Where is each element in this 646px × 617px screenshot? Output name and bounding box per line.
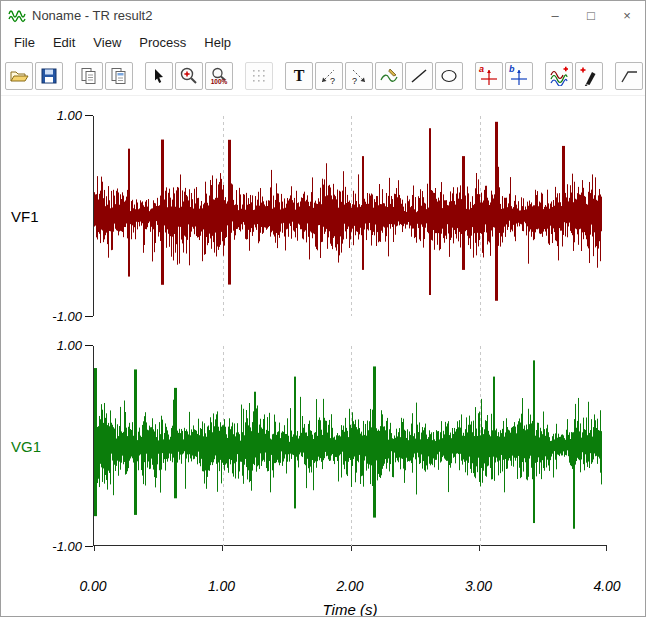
interval-cursor-1-button[interactable]: ? <box>315 62 343 90</box>
menu-bar: File Edit View Process Help <box>1 29 645 56</box>
vg1-ytick-bottom-label: -1.00 <box>52 539 82 554</box>
interval-cursor-2-button[interactable]: ? <box>345 62 373 90</box>
marker-b-button[interactable]: b <box>505 62 533 90</box>
minimize-button[interactable]: – <box>537 1 573 29</box>
x-tick-mark <box>479 546 480 551</box>
line-icon <box>409 66 429 86</box>
vf1-waveform-canvas <box>94 116 608 316</box>
tick-dash <box>85 316 93 317</box>
pen-plus-icon <box>579 66 599 86</box>
menu-process[interactable]: Process <box>130 31 195 54</box>
grid-button[interactable] <box>245 62 273 90</box>
svg-text:?: ? <box>352 76 357 86</box>
vf1-ytick-top-label: 1.00 <box>57 108 82 123</box>
x-tick-mark <box>351 546 352 551</box>
vg1-ytick-bottom: -1.00 <box>52 539 93 554</box>
ellipse-tool-button[interactable] <box>435 62 463 90</box>
maximize-button[interactable]: □ <box>573 1 609 29</box>
interval-cursor-icon: ? <box>349 66 369 86</box>
vf1-ytick-bottom-label: -1.00 <box>52 309 82 324</box>
tick-dash <box>85 345 93 346</box>
select-cursor-button[interactable] <box>145 62 173 90</box>
vf1-plotbox <box>93 116 607 316</box>
interval-cursor-icon: ? <box>319 66 339 86</box>
x-axis-labels: 0.00 1.00 2.00 3.00 4.00 <box>93 576 607 598</box>
open-folder-icon <box>9 68 29 84</box>
x-axis-title: Time (s) <box>93 601 607 617</box>
vg1-ytick-top-label: 1.00 <box>57 338 82 353</box>
plot-area: 1.00 VF1 -1.00 1.00 VG1 -1.00 <box>1 96 645 617</box>
marker-b-letter: b <box>509 64 515 74</box>
vf1-ytick-bottom: -1.00 <box>52 309 93 324</box>
copy-button[interactable] <box>75 62 103 90</box>
vf1-axis-gutter: 1.00 VF1 -1.00 <box>1 116 93 316</box>
menu-view[interactable]: View <box>84 31 130 54</box>
curve-label-icon <box>379 66 399 86</box>
floppy-icon <box>40 67 58 85</box>
text-tool-icon: T <box>294 68 305 84</box>
curves-plus-icon <box>549 66 569 86</box>
x-tick-label: 3.00 <box>465 578 492 594</box>
vf1-ytick-top: 1.00 <box>57 108 93 123</box>
x-tick-mark <box>222 546 223 551</box>
menu-help[interactable]: Help <box>195 31 240 54</box>
open-button[interactable] <box>5 62 33 90</box>
step-marker-button[interactable] <box>615 62 643 90</box>
paste-pages-icon <box>109 67 129 85</box>
toolbar: 100% T ? <box>1 56 645 96</box>
vg1-waveform-canvas <box>94 346 608 546</box>
window-title: Noname - TR result2 <box>32 8 152 23</box>
arrow-cursor-icon <box>150 67 168 85</box>
zoom-100-button[interactable]: 100% <box>205 62 233 90</box>
svg-text:?: ? <box>330 76 335 86</box>
title-bar: Noname - TR result2 – □ × <box>1 1 645 29</box>
text-tool-button[interactable]: T <box>285 62 313 90</box>
probe-pen-button[interactable] <box>575 62 603 90</box>
x-tick-label: 4.00 <box>593 578 620 594</box>
x-tick-mark <box>94 546 95 551</box>
paste-special-button[interactable] <box>105 62 133 90</box>
app-icon <box>8 8 26 23</box>
tick-dash <box>85 546 93 547</box>
vf1-chart: 1.00 VF1 -1.00 <box>1 116 645 316</box>
vg1-axis-gutter: 1.00 VG1 -1.00 <box>1 346 93 546</box>
vg1-plotbox <box>93 346 607 546</box>
x-tick-mark <box>606 546 607 551</box>
vg1-series-label: VG1 <box>1 438 41 455</box>
curve-label-button[interactable] <box>375 62 403 90</box>
zoom-in-magnifier-icon <box>179 66 199 86</box>
marker-a-button[interactable]: a <box>475 62 503 90</box>
menu-edit[interactable]: Edit <box>44 31 84 54</box>
save-button[interactable] <box>35 62 63 90</box>
x-tick-label: 1.00 <box>208 578 235 594</box>
vf1-series-label: VF1 <box>1 208 39 225</box>
copy-pages-icon <box>79 67 99 85</box>
tick-dash <box>85 115 93 116</box>
app-window: Noname - TR result2 – □ × File Edit View… <box>0 0 646 617</box>
x-tick-label: 0.00 <box>79 578 106 594</box>
vg1-ytick-top: 1.00 <box>57 338 93 353</box>
step-icon <box>619 67 639 85</box>
line-tool-button[interactable] <box>405 62 433 90</box>
vg1-chart: 1.00 VG1 -1.00 <box>1 346 645 546</box>
zoom-in-button[interactable] <box>175 62 203 90</box>
window-controls: – □ × <box>537 1 645 29</box>
ellipse-icon <box>439 66 459 86</box>
add-curve-button[interactable] <box>545 62 573 90</box>
menu-file[interactable]: File <box>5 31 44 54</box>
close-button[interactable]: × <box>609 1 645 29</box>
x-tick-label: 2.00 <box>336 578 363 594</box>
marker-a-letter: a <box>479 64 484 74</box>
zoom-100-label: 100% <box>211 79 228 85</box>
grid-dots-icon <box>251 68 267 84</box>
